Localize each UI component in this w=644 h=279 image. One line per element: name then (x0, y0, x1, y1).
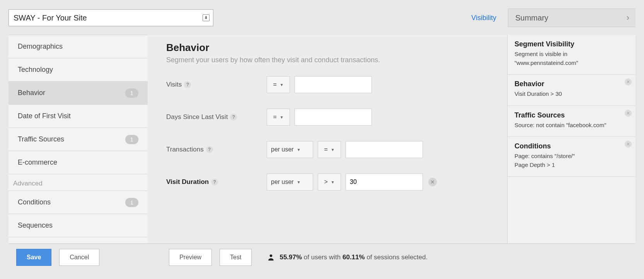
summary-panel: Segment Visibility Segment is visible in… (507, 35, 635, 243)
caret-down-icon: ▼ (280, 115, 284, 119)
sidebar-item-date-first-visit[interactable]: Date of First Visit (9, 105, 148, 128)
visits-operator-select[interactable]: = ▼ (267, 76, 290, 93)
summary-label: Summary (515, 14, 549, 22)
sidebar-item-label: Demographics (18, 43, 63, 51)
count-badge: 1 (125, 198, 138, 207)
caret-down-icon: ▼ (280, 83, 284, 87)
row-transactions: Transactions ? per user ▼ = ▼ (166, 141, 492, 158)
sidebar-item-demographics[interactable]: Demographics (9, 35, 148, 58)
clear-row-icon[interactable]: ✕ (428, 178, 437, 186)
stats-users-pct: 55.97% (279, 253, 302, 261)
row-visits: Visits ? = ▼ (166, 76, 492, 94)
visits-value-input[interactable] (295, 76, 372, 93)
test-button[interactable]: Test (220, 249, 252, 266)
help-icon[interactable]: ? (184, 81, 191, 88)
transactions-label: Transactions ? (166, 146, 267, 153)
svg-point-0 (270, 254, 273, 257)
summary-traffic[interactable]: ✕ Traffic Sources Source: not contain "f… (508, 106, 635, 137)
visit-duration-operator-select[interactable]: > ▼ (318, 174, 341, 191)
summary-traffic-line: Source: not contain "facebook.com" (515, 121, 629, 130)
sidebar-group-advanced-label: Advanced (9, 174, 148, 191)
main-panel: Behavior Segment your users by how often… (148, 35, 507, 243)
help-icon[interactable]: ? (211, 179, 218, 185)
sidebar-item-traffic-sources[interactable]: Traffic Sources 1 (9, 128, 148, 151)
cancel-button[interactable]: Cancel (59, 249, 99, 266)
sidebar-item-behavior[interactable]: Behavior 1 (9, 82, 148, 105)
segment-name-wrap (9, 9, 213, 26)
visit-duration-label: Visit Duration ? (166, 178, 267, 186)
summary-visibility-line: Segment is visible in (515, 50, 629, 59)
sidebar: Demographics Technology Behavior 1 Date … (9, 35, 148, 243)
stats-tail: of sessions selected. (365, 253, 428, 261)
sidebar-item-sequences[interactable]: Sequences (9, 214, 148, 237)
close-icon[interactable]: ✕ (625, 110, 632, 117)
chevron-right-icon: › (627, 13, 629, 23)
summary-visibility-line2: "www.pennstateind.com" (515, 59, 629, 68)
summary-conditions-line1: Page: contains "/store/" (515, 152, 629, 161)
top-bar: Visibility Summary › (9, 9, 635, 27)
stats-mid: of users with (302, 253, 342, 261)
save-button[interactable]: Save (16, 249, 51, 266)
sidebar-item-label: Conditions (18, 198, 51, 206)
save-name-icon[interactable] (203, 14, 210, 21)
summary-toggle[interactable]: Summary › (508, 9, 635, 27)
sidebar-item-label: Behavior (18, 89, 45, 97)
caret-down-icon: ▼ (331, 148, 335, 152)
visits-label: Visits ? (166, 81, 267, 88)
summary-conditions-line2: Page Depth > 1 (515, 161, 629, 170)
summary-behavior-line: Visit Duration > 30 (515, 90, 629, 99)
panel-title: Behavior (166, 42, 492, 54)
segment-editor: Visibility Summary › Demographics Techno… (0, 0, 644, 279)
visit-duration-value-input[interactable] (346, 174, 423, 191)
caret-down-icon: ▼ (331, 180, 335, 184)
preview-button[interactable]: Preview (169, 249, 212, 266)
stats-sessions-pct: 60.11% (342, 253, 365, 261)
summary-visibility-title: Segment Visibility (515, 40, 629, 48)
panel-subtitle: Segment your users by how often they vis… (166, 56, 492, 64)
visibility-link[interactable]: Visibility (471, 14, 496, 22)
summary-visibility: Segment Visibility Segment is visible in… (508, 35, 635, 75)
person-icon (267, 253, 275, 261)
sidebar-item-label: Sequences (18, 221, 53, 230)
count-badge: 1 (125, 88, 138, 98)
summary-behavior-title: Behavior (515, 80, 629, 88)
help-icon[interactable]: ? (230, 114, 237, 121)
sidebar-item-label: Date of First Visit (18, 112, 71, 120)
count-badge: 1 (125, 135, 138, 144)
summary-behavior[interactable]: ✕ Behavior Visit Duration > 30 (508, 75, 635, 106)
segment-name-input[interactable] (9, 9, 213, 26)
visit-duration-scope-select[interactable]: per user ▼ (267, 174, 313, 191)
footer: Save Cancel Preview Test 55.97% of users… (9, 243, 635, 270)
days-since-label: Days Since Last Visit ? (166, 113, 267, 121)
days-since-operator-select[interactable]: = ▼ (267, 109, 290, 126)
close-icon[interactable]: ✕ (625, 78, 632, 85)
summary-traffic-title: Traffic Sources (515, 111, 629, 119)
body-row: Demographics Technology Behavior 1 Date … (9, 35, 635, 243)
summary-conditions[interactable]: ✕ Conditions Page: contains "/store/" Pa… (508, 137, 635, 177)
caret-down-icon: ▼ (297, 180, 301, 184)
sidebar-item-conditions[interactable]: Conditions 1 (9, 191, 148, 214)
transactions-scope-select[interactable]: per user ▼ (267, 141, 313, 158)
summary-conditions-title: Conditions (515, 142, 629, 150)
row-visit-duration: Visit Duration ? per user ▼ > ▼ ✕ (166, 173, 492, 191)
days-since-value-input[interactable] (295, 109, 372, 126)
transactions-value-input[interactable] (346, 141, 423, 158)
sidebar-item-label: Technology (18, 66, 53, 74)
caret-down-icon: ▼ (297, 148, 301, 152)
close-icon[interactable]: ✕ (625, 141, 632, 148)
sidebar-item-technology[interactable]: Technology (9, 58, 148, 82)
sidebar-item-label: E-commerce (18, 158, 57, 167)
selection-stats: 55.97% of users with 60.11% of sessions … (267, 253, 428, 261)
sidebar-item-label: Traffic Sources (18, 135, 64, 143)
sidebar-item-ecommerce[interactable]: E-commerce (9, 151, 148, 174)
transactions-operator-select[interactable]: = ▼ (318, 141, 341, 158)
row-days-since: Days Since Last Visit ? = ▼ (166, 108, 492, 126)
help-icon[interactable]: ? (206, 146, 213, 153)
